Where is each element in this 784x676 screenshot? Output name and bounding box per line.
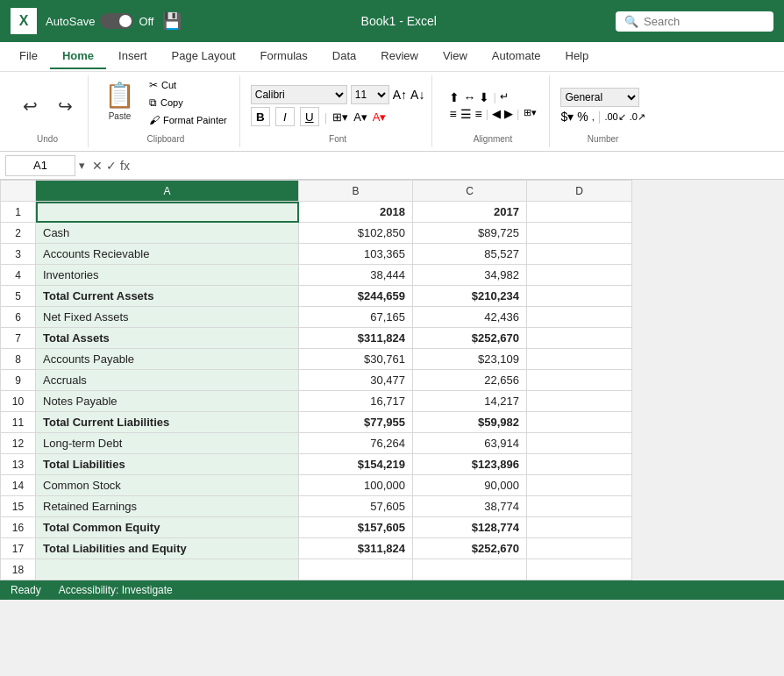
cell-c2[interactable]: $89,725 bbox=[413, 223, 527, 244]
cell-d8[interactable] bbox=[527, 349, 632, 370]
cell-a6[interactable]: Net Fixed Assets bbox=[36, 307, 299, 328]
cell-b10[interactable]: 16,717 bbox=[299, 391, 413, 412]
merge-center-icon[interactable]: ⊞▾ bbox=[524, 107, 537, 121]
cell-c8[interactable]: $23,109 bbox=[413, 349, 527, 370]
italic-button[interactable]: I bbox=[275, 107, 295, 126]
font-name-select[interactable]: Calibri bbox=[251, 85, 347, 104]
cell-a13[interactable]: Total Liabilities bbox=[36, 454, 299, 475]
cell-c13[interactable]: $123,896 bbox=[413, 454, 527, 475]
cell-a5[interactable]: Total Current Assets bbox=[36, 286, 299, 307]
insert-function-icon[interactable]: fx bbox=[120, 159, 130, 173]
cell-a1[interactable] bbox=[36, 202, 299, 223]
cell-c10[interactable]: 14,217 bbox=[413, 391, 527, 412]
cell-d11[interactable] bbox=[527, 412, 632, 433]
number-format-select[interactable]: General bbox=[560, 88, 639, 107]
cell-a15[interactable]: Retained Earnings bbox=[36, 496, 299, 517]
cell-a17[interactable]: Total Liabilities and Equity bbox=[36, 538, 299, 559]
col-header-b[interactable]: B bbox=[299, 181, 413, 202]
cell-a14[interactable]: Common Stock bbox=[36, 475, 299, 496]
redo-button[interactable]: ↪ bbox=[49, 94, 81, 118]
cell-c12[interactable]: 63,914 bbox=[413, 433, 527, 454]
cell-c7[interactable]: $252,670 bbox=[413, 328, 527, 349]
cell-c9[interactable]: 22,656 bbox=[413, 370, 527, 391]
cell-c3[interactable]: 85,527 bbox=[413, 244, 527, 265]
cell-c16[interactable]: $128,774 bbox=[413, 517, 527, 538]
cell-c11[interactable]: $59,982 bbox=[413, 412, 527, 433]
tab-formulas[interactable]: Formulas bbox=[248, 44, 320, 69]
cell-d10[interactable] bbox=[527, 391, 632, 412]
cell-b11[interactable]: $77,955 bbox=[299, 412, 413, 433]
paste-button[interactable]: 📋 Paste bbox=[99, 77, 140, 125]
cell-a12[interactable]: Long-term Debt bbox=[36, 433, 299, 454]
cell-d14[interactable] bbox=[527, 475, 632, 496]
cell-d13[interactable] bbox=[527, 454, 632, 475]
cell-c4[interactable]: 34,982 bbox=[413, 265, 527, 286]
cell-d7[interactable] bbox=[527, 328, 632, 349]
align-center-icon[interactable]: ☰ bbox=[460, 107, 472, 121]
cell-a18[interactable] bbox=[36, 559, 299, 580]
cell-d2[interactable] bbox=[527, 223, 632, 244]
cell-d15[interactable] bbox=[527, 496, 632, 517]
borders-icon[interactable]: ⊞▾ bbox=[332, 110, 348, 124]
align-bottom-icon[interactable]: ⬇ bbox=[479, 90, 489, 104]
percent-icon[interactable]: % bbox=[577, 110, 588, 124]
tab-home[interactable]: Home bbox=[50, 44, 106, 69]
cell-d6[interactable] bbox=[527, 307, 632, 328]
cell-b1[interactable]: 2018 bbox=[299, 202, 413, 223]
cell-a8[interactable]: Accounts Payable bbox=[36, 349, 299, 370]
cell-c6[interactable]: 42,436 bbox=[413, 307, 527, 328]
tab-data[interactable]: Data bbox=[320, 44, 368, 69]
cell-b5[interactable]: $244,659 bbox=[299, 286, 413, 307]
cell-b8[interactable]: $30,761 bbox=[299, 349, 413, 370]
save-icon[interactable]: 💾 bbox=[162, 11, 182, 31]
wrap-text-icon[interactable]: ↵ bbox=[500, 90, 509, 104]
cell-a9[interactable]: Accruals bbox=[36, 370, 299, 391]
cell-c18[interactable] bbox=[413, 559, 527, 580]
cell-a16[interactable]: Total Common Equity bbox=[36, 517, 299, 538]
fill-color-icon[interactable]: A▾ bbox=[353, 110, 367, 124]
cell-a10[interactable]: Notes Payable bbox=[36, 391, 299, 412]
font-size-select[interactable]: 11 bbox=[351, 85, 389, 104]
autosave-toggle[interactable] bbox=[100, 13, 133, 29]
cell-d5[interactable] bbox=[527, 286, 632, 307]
confirm-formula-icon[interactable]: ✓ bbox=[106, 159, 117, 173]
cell-c5[interactable]: $210,234 bbox=[413, 286, 527, 307]
expand-icon[interactable]: ▾ bbox=[79, 159, 85, 172]
tab-page-layout[interactable]: Page Layout bbox=[160, 44, 248, 69]
font-shrink-icon[interactable]: A↓ bbox=[410, 88, 424, 102]
cell-b7[interactable]: $311,824 bbox=[299, 328, 413, 349]
cell-b4[interactable]: 38,444 bbox=[299, 265, 413, 286]
tab-help[interactable]: Help bbox=[553, 44, 602, 69]
align-left-icon[interactable]: ≡ bbox=[449, 107, 456, 121]
cell-a4[interactable]: Inventories bbox=[36, 265, 299, 286]
cell-a3[interactable]: Accounts Recievable bbox=[36, 244, 299, 265]
cell-b17[interactable]: $311,824 bbox=[299, 538, 413, 559]
copy-button[interactable]: ⧉ Copy bbox=[144, 95, 232, 110]
currency-icon[interactable]: $▾ bbox=[560, 110, 574, 124]
cut-button[interactable]: ✂ Cut bbox=[144, 77, 232, 93]
cell-c14[interactable]: 90,000 bbox=[413, 475, 527, 496]
tab-insert[interactable]: Insert bbox=[106, 44, 160, 69]
align-top-icon[interactable]: ⬆ bbox=[449, 90, 460, 104]
search-input[interactable] bbox=[644, 15, 758, 28]
comma-icon[interactable]: , bbox=[592, 111, 595, 122]
cell-d17[interactable] bbox=[527, 538, 632, 559]
cell-a11[interactable]: Total Current Liabilities bbox=[36, 412, 299, 433]
cell-b3[interactable]: 103,365 bbox=[299, 244, 413, 265]
align-middle-icon[interactable]: ↔ bbox=[463, 90, 475, 104]
indent-decrease-icon[interactable]: ◀ bbox=[492, 107, 501, 121]
decimal-increase-icon[interactable]: .0↗ bbox=[630, 111, 645, 123]
tab-automate[interactable]: Automate bbox=[480, 44, 553, 69]
tab-view[interactable]: View bbox=[431, 44, 480, 69]
cell-b13[interactable]: $154,219 bbox=[299, 454, 413, 475]
cell-b6[interactable]: 67,165 bbox=[299, 307, 413, 328]
underline-button[interactable]: U bbox=[300, 107, 319, 126]
cell-d18[interactable] bbox=[527, 559, 632, 580]
undo-button[interactable]: ↩ bbox=[14, 94, 46, 118]
cell-a2[interactable]: Cash bbox=[36, 223, 299, 244]
cell-b16[interactable]: $157,605 bbox=[299, 517, 413, 538]
cell-a7[interactable]: Total Assets bbox=[36, 328, 299, 349]
tab-file[interactable]: File bbox=[7, 44, 50, 69]
cell-b15[interactable]: 57,605 bbox=[299, 496, 413, 517]
cell-d3[interactable] bbox=[527, 244, 632, 265]
